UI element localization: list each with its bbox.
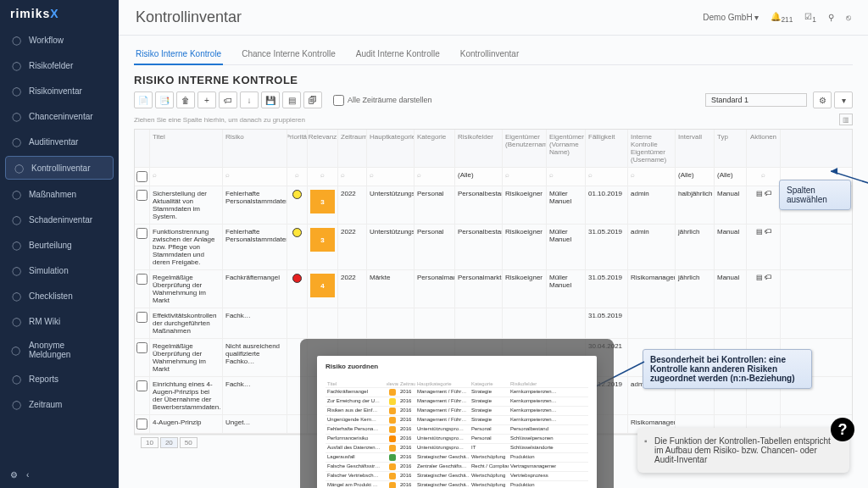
modal-row[interactable]: Fachkräftemangel2016Management / Führ…St…	[326, 388, 588, 397]
tab[interactable]: Kontrollinventar	[459, 44, 520, 64]
delete-button[interactable]: 🗑	[176, 92, 195, 108]
column-filter[interactable]: (Alle)	[676, 168, 715, 186]
sidebar-item-chanceninventar[interactable]: ◯Chanceninventar	[0, 103, 119, 129]
sidebar-item-schadeninventar[interactable]: ◯Schadeninventar	[0, 207, 119, 232]
column-header[interactable]: Kategorie	[415, 130, 455, 167]
column-filter[interactable]: ⌕	[338, 168, 367, 186]
logout-icon[interactable]: ⎋	[846, 13, 851, 22]
column-header[interactable]: Relevanz	[308, 130, 338, 167]
tasks-icon[interactable]: ☑1	[804, 12, 816, 24]
sidebar-item-risikofelder[interactable]: ◯Risikofelder	[0, 53, 119, 78]
column-header[interactable]: Interne Kontrolle Eigentümer (Username)	[628, 130, 676, 167]
view-select[interactable]: Standard 1	[705, 93, 807, 107]
sidebar-item-reports[interactable]: ◯Reports	[0, 366, 119, 391]
modal-row[interactable]: Ungenügende Kern…2016Management / Führ…S…	[326, 416, 588, 425]
column-filter[interactable]: ⌕	[150, 168, 223, 186]
row-tag-icon[interactable]: 🏷	[765, 228, 771, 236]
new-button[interactable]: 📄	[134, 92, 153, 108]
sidebar-item-workflow[interactable]: ◯Workflow	[0, 27, 119, 53]
save-button[interactable]: 💾	[261, 92, 280, 108]
column-header[interactable]: Typ	[715, 130, 747, 167]
column-filter[interactable]: ⌕	[747, 168, 781, 186]
sidebar-item-anonyme meldungen[interactable]: ◯Anonyme Meldungen	[0, 334, 119, 366]
modal-row[interactable]: Fehlerhafte Persona…2016Unterstützungspr…	[326, 425, 588, 435]
users-icon[interactable]: ⚲	[828, 13, 834, 22]
tab[interactable]: Risiko Interne Kontrole	[134, 44, 223, 65]
column-header[interactable]: Priorität	[287, 130, 308, 167]
help-icon[interactable]: ?	[831, 418, 854, 441]
sidebar-item-beurteilung[interactable]: ◯Beurteilung	[0, 232, 119, 258]
column-filter[interactable]: ⌕	[367, 168, 415, 186]
table-row[interactable]: Sicherstellung der Aktualität von Stammd…	[135, 186, 852, 225]
column-header[interactable]	[135, 130, 150, 167]
modal-row[interactable]: Falscher Vertriebsch…2016Strategischer G…	[326, 472, 588, 481]
settings-icon[interactable]: ⚙	[10, 470, 18, 480]
modal-row[interactable]: Falsche Geschäftsstr…2016Zentraler Gesch…	[326, 463, 588, 472]
column-filter[interactable]	[135, 168, 150, 186]
sidebar-item-maßnahmen[interactable]: ◯Maßnahmen	[0, 181, 119, 207]
column-filter[interactable]: (Alle)	[455, 168, 503, 186]
column-filter[interactable]: ⌕	[287, 168, 308, 186]
row-tag-icon[interactable]: 🏷	[765, 274, 771, 281]
sidebar-item-zeitraum[interactable]: ◯Zeitraum	[0, 391, 119, 417]
nav-icon: ◯	[10, 85, 22, 97]
column-header[interactable]: Aktionen	[747, 130, 781, 167]
download-button[interactable]: ↓	[240, 92, 259, 108]
bell-icon[interactable]: 🔔211	[771, 12, 793, 24]
view-dropdown-icon[interactable]: ▾	[834, 92, 853, 108]
export-button[interactable]: ▤	[282, 92, 301, 108]
column-header[interactable]: Fälligkeit	[586, 130, 628, 167]
sidebar-item-kontrollinventar[interactable]: ◯Kontrollinventar	[5, 156, 114, 180]
column-filter[interactable]: ⌕	[223, 168, 287, 186]
collapse-icon[interactable]: ‹	[26, 470, 29, 480]
column-header[interactable]: Risiko	[223, 130, 287, 167]
add-button[interactable]: +	[198, 92, 216, 108]
modal-row[interactable]: Performancerisiko2016Unterstützungspro…P…	[326, 435, 588, 444]
modal-title: Risiko zuordnen	[326, 363, 588, 370]
modal-row[interactable]: Lagerausfall2016Strategischer Geschä…Wer…	[326, 453, 588, 463]
tab[interactable]: Audit Interne Kontrolle	[354, 44, 442, 64]
page-size-button[interactable]: 50	[180, 437, 198, 448]
nav-icon: ◯	[10, 136, 22, 147]
column-header[interactable]: Eigentümer (Benutzername)	[503, 130, 547, 167]
sidebar-item-auditinventar[interactable]: ◯Auditinventar	[0, 129, 119, 154]
tab[interactable]: Chance Interne Kontrolle	[240, 44, 337, 64]
row-tag-icon[interactable]: 🏷	[765, 190, 771, 197]
all-periods-checkbox[interactable]: Alle Zeiträume darstellen	[333, 95, 432, 106]
row-action-icon[interactable]: ▤	[756, 274, 763, 281]
copy-button[interactable]: 📑	[155, 92, 174, 108]
table-row[interactable]: Effektivitätskontrollen der durchgeführt…	[135, 308, 852, 339]
column-chooser-button[interactable]: ▥	[839, 114, 853, 125]
column-filter[interactable]: (Alle)	[715, 168, 747, 186]
column-header[interactable]: Titel	[150, 130, 223, 167]
column-filter[interactable]: ⌕	[628, 168, 676, 186]
sidebar-item-simulation[interactable]: ◯Simulation	[0, 258, 119, 283]
sidebar-item-rm wiki[interactable]: ◯RM Wiki	[0, 308, 119, 334]
column-filter[interactable]: ⌕	[415, 168, 455, 186]
column-filter[interactable]: ⌕	[586, 168, 628, 186]
column-filter[interactable]: ⌕	[308, 168, 338, 186]
table-row[interactable]: Regelmäßige Überprüfung der Wahrnehmung …	[135, 270, 852, 308]
column-filter[interactable]: ⌕	[547, 168, 586, 186]
sidebar-item-checklisten[interactable]: ◯Checklisten	[0, 283, 119, 308]
modal-row[interactable]: Zur Erreichung der U…2016Management / Fü…	[326, 397, 588, 407]
row-action-icon[interactable]: ▤	[756, 190, 763, 197]
row-action-icon[interactable]: ▤	[756, 228, 763, 236]
org-selector[interactable]: Demo GmbH ▾	[703, 13, 759, 22]
table-row[interactable]: Funktionstrennung zwischen der Anlage bz…	[135, 225, 852, 270]
column-header[interactable]: Risikofelder	[455, 130, 503, 167]
modal-row[interactable]: Mängel am Produkt …2016Strategischer Ges…	[326, 481, 588, 488]
column-header[interactable]: Hauptkategorie	[367, 130, 415, 167]
column-header[interactable]: Intervall	[676, 130, 715, 167]
page-size-button[interactable]: 20	[160, 437, 178, 448]
column-filter[interactable]: ⌕	[503, 168, 547, 186]
column-header[interactable]: Zeitraum	[338, 130, 367, 167]
print-button[interactable]: 🗐	[303, 92, 322, 108]
page-size-button[interactable]: 10	[141, 437, 159, 448]
tag-button[interactable]: 🏷	[219, 92, 237, 108]
sidebar-item-risikoinventar[interactable]: ◯Risikoinventar	[0, 78, 119, 103]
view-settings-icon[interactable]: ⚙	[813, 92, 832, 108]
modal-row[interactable]: Risiken aus der Einf…2016Management / Fü…	[326, 407, 588, 416]
modal-row[interactable]: Ausfall des Datenzen…2016Unterstützungsp…	[326, 444, 588, 453]
column-header[interactable]: Eigentümer (Vorname Name)	[547, 130, 586, 167]
